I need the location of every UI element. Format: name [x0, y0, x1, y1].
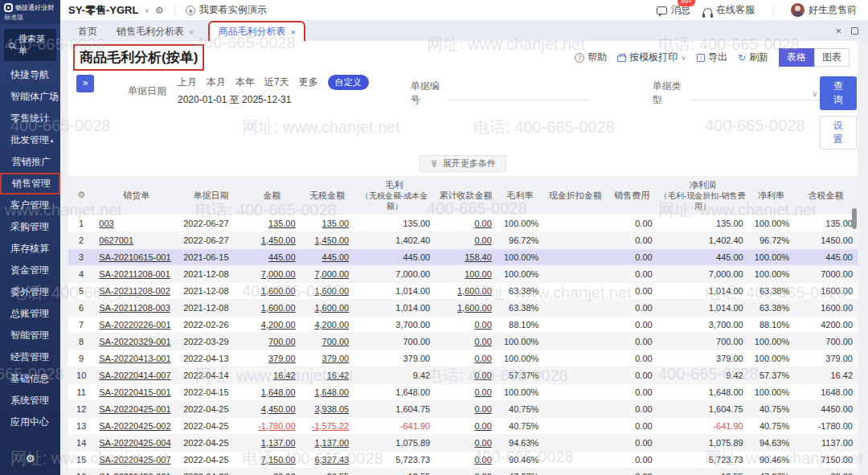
cell-tax_free_amount[interactable]: 1,450.00: [301, 231, 354, 248]
table-row[interactable]: 6SA-20211208-0032021-12-081,600.001,600.…: [68, 299, 858, 316]
col-header-order_no[interactable]: 销货单: [94, 176, 178, 215]
cell-received_amount[interactable]: 0.00: [435, 350, 497, 366]
cell-received_amount[interactable]: 0.00: [435, 333, 497, 350]
sidebar-item-7[interactable]: 采购管理: [0, 216, 60, 238]
cell-received_amount[interactable]: 0.00: [435, 451, 497, 468]
sidebar-item-8[interactable]: 库存核算: [0, 238, 60, 260]
cell-order_no[interactable]: SA-20220414-007: [94, 366, 178, 383]
sidebar-item-9[interactable]: 资金管理: [0, 260, 60, 281]
cell-order_no[interactable]: SA-20220415-001: [94, 383, 178, 400]
sidebar-item-14[interactable]: 基础信息: [0, 368, 60, 390]
cell-order_no[interactable]: SA-20211208-003: [94, 299, 178, 316]
doc-type-select[interactable]: ∨: [690, 86, 819, 100]
cell-amount[interactable]: 4,450.00: [244, 400, 301, 417]
col-header-doc_date[interactable]: 单据日期: [178, 176, 244, 215]
cell-order_no[interactable]: SA-20220226-001: [94, 316, 178, 333]
cell-received_amount[interactable]: 0.00: [435, 468, 497, 475]
settings-button[interactable]: 设置: [820, 116, 857, 149]
cell-amount[interactable]: 1,450.00: [244, 231, 301, 248]
date-quick-option-4[interactable]: 更多: [299, 76, 318, 89]
table-row[interactable]: 8SA-20220329-0012022-03-29700.00700.0070…: [68, 333, 858, 350]
tab-2[interactable]: 商品毛利分析表×: [210, 23, 303, 41]
cell-order_no[interactable]: SA-20211208-002: [94, 282, 178, 299]
cell-amount[interactable]: 445.00: [244, 248, 301, 265]
workspace-gear-icon[interactable]: ⚙: [155, 5, 164, 16]
cell-order_no[interactable]: SA-20220329-001: [94, 333, 178, 350]
date-quick-option-0[interactable]: 上月: [178, 76, 197, 89]
table-row[interactable]: 16SA-20220429-0012022-04-2930.0026.5512.…: [68, 468, 858, 475]
cell-received_amount[interactable]: 0.00: [435, 417, 497, 434]
cell-received_amount[interactable]: 0.00: [435, 383, 497, 400]
cell-tax_free_amount[interactable]: 3,938.05: [301, 400, 354, 417]
table-row[interactable]: 15SA-20220425-0072022-04-257,150.006,327…: [68, 451, 858, 468]
sidebar-item-11[interactable]: 总账管理: [0, 303, 60, 325]
cell-order_no[interactable]: SA-20220429-001: [94, 468, 178, 475]
refresh-button[interactable]: ↻ 刷新: [738, 51, 768, 64]
col-header-net_margin[interactable]: 净利率: [748, 176, 795, 215]
sidebar-item-6[interactable]: 客户管理: [0, 195, 60, 216]
cell-tax_free_amount[interactable]: 7,000.00: [301, 265, 354, 282]
cell-order_no[interactable]: SA-20210615-001: [94, 248, 178, 265]
cell-tax_free_amount[interactable]: 26.55: [301, 468, 354, 475]
cell-received_amount[interactable]: 0.00: [435, 231, 497, 248]
demo-link[interactable]: 我要看实例演示: [186, 3, 267, 17]
cell-order_no[interactable]: SA-20220425-001: [94, 400, 178, 417]
cell-amount[interactable]: 1,600.00: [244, 299, 301, 316]
cell-tax_free_amount[interactable]: 4,200.00: [301, 316, 354, 333]
cell-amount[interactable]: 700.00: [244, 333, 301, 350]
tab-0[interactable]: 首页: [75, 23, 100, 41]
date-custom-option[interactable]: 自定义: [328, 75, 369, 90]
cell-amount[interactable]: 16.42: [244, 366, 301, 383]
table-row[interactable]: 11SA-20220415-0012022-04-151,648.001,648…: [68, 383, 858, 400]
cell-order_no[interactable]: 0627001: [94, 231, 178, 248]
user-menu[interactable]: 好生意售前: [791, 3, 857, 17]
table-row[interactable]: 13SA-20220425-0022022-04-25-1,780.00-1,5…: [68, 417, 858, 434]
cell-tax_free_amount[interactable]: 1,648.00: [301, 383, 354, 400]
cell-tax_free_amount[interactable]: 700.00: [301, 333, 354, 350]
cell-tax_free_amount[interactable]: 379.00: [301, 350, 354, 366]
table-row[interactable]: 14SA-20220425-0042022-04-251,137.001,137…: [68, 434, 858, 451]
cell-amount[interactable]: 4,200.00: [244, 316, 301, 333]
cell-received_amount[interactable]: 1,600.00: [435, 282, 497, 299]
sidebar-item-12[interactable]: 智能管理: [0, 325, 60, 346]
cell-tax_free_amount[interactable]: 1,600.00: [301, 282, 354, 299]
cell-order_no[interactable]: SA-20220425-002: [94, 417, 178, 434]
cell-tax_free_amount[interactable]: 1,600.00: [301, 299, 354, 316]
expand-more-conditions-button[interactable]: ≫ 展开更多条件: [420, 155, 506, 172]
sidebar-search-menu[interactable]: 搜索菜单: [4, 29, 56, 61]
table-row[interactable]: 3SA-20210615-0012021-06-15445.00445.0044…: [68, 248, 858, 265]
tab-1[interactable]: 销售毛利分析表×: [113, 23, 197, 41]
cell-received_amount[interactable]: 0.00: [435, 400, 497, 417]
cell-tax_free_amount[interactable]: 1,137.00: [301, 434, 354, 451]
export-button[interactable]: ↑ 导出: [697, 51, 727, 64]
table-row[interactable]: 7SA-20220226-0012022-02-264,200.004,200.…: [68, 316, 858, 333]
cell-tax_free_amount[interactable]: 6,327.43: [301, 451, 354, 468]
sidebar-item-0[interactable]: 快捷导航: [0, 64, 60, 86]
sidebar-item-4[interactable]: 营销推广: [0, 151, 60, 173]
cell-received_amount[interactable]: 0.00: [435, 316, 497, 333]
col-header-net_profit[interactable]: 净利润（毛利-现金折扣-销售费用）: [657, 176, 748, 215]
search-button[interactable]: 查询: [820, 76, 857, 110]
date-quick-option-1[interactable]: 本月: [207, 76, 226, 89]
sidebar-item-5[interactable]: 销售管理: [0, 173, 60, 195]
fullscreen-icon[interactable]: [851, 27, 858, 35]
cell-tax_free_amount[interactable]: 135.00: [301, 215, 354, 231]
cell-order_no[interactable]: SA-20211208-001: [94, 265, 178, 282]
col-header-gross_margin[interactable]: 毛利率: [497, 176, 544, 215]
cell-order_no[interactable]: SA-20220425-007: [94, 451, 178, 468]
sidebar-item-1[interactable]: 智能体广场: [0, 86, 60, 108]
sidebar-item-13[interactable]: 经营管理: [0, 346, 60, 368]
date-range-value[interactable]: 2020-01-01 至 2025-12-31: [178, 93, 369, 107]
cell-tax_free_amount[interactable]: -1,575.22: [301, 417, 354, 434]
date-quick-option-2[interactable]: 本年: [235, 76, 255, 89]
cell-amount[interactable]: -1,780.00: [244, 417, 301, 434]
table-row[interactable]: 12SA-20220425-0012022-04-254,450.003,938…: [68, 400, 858, 417]
table-row[interactable]: 9SA-20220413-0012022-04-13379.00379.0037…: [68, 350, 858, 366]
table-row[interactable]: 5SA-20211208-0022021-12-081,600.001,600.…: [68, 282, 858, 299]
col-header-gross_profit[interactable]: 毛利（无税金额-成本金额）: [354, 176, 435, 215]
messages-button[interactable]: 消息 99+: [657, 3, 690, 17]
tab-close-icon[interactable]: ×: [290, 27, 295, 37]
table-view-button[interactable]: 表格: [779, 48, 814, 67]
chevron-down-icon[interactable]: ∨: [144, 6, 149, 14]
doc-no-input[interactable]: [448, 86, 590, 100]
